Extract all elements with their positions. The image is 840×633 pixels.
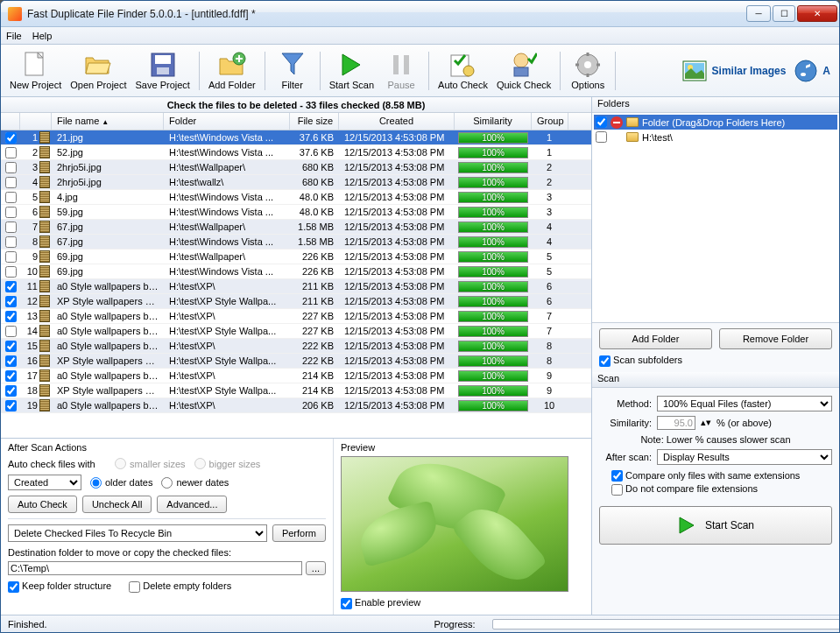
row-check[interactable] [5, 236, 17, 248]
table-row[interactable]: 969.jpgH:\test\Wallpaper\226 KB12/15/201… [1, 250, 591, 264]
radio-newer[interactable]: newer dates [161, 477, 229, 489]
table-row[interactable]: 121.jpgH:\test\Windows Vista ...37.6 KB1… [1, 130, 591, 145]
add-folder-panel-button[interactable]: Add Folder [599, 328, 712, 349]
method-select[interactable]: 100% Equal Files (faster) [657, 396, 832, 411]
row-check[interactable] [5, 281, 17, 292]
start-scan-toolbar-button[interactable]: Start Scan [326, 47, 378, 95]
row-check[interactable] [5, 147, 17, 158]
advanced-button[interactable]: Advanced... [157, 496, 227, 513]
file-grid[interactable]: 121.jpgH:\test\Windows Vista ...37.6 KB1… [1, 130, 591, 438]
row-check[interactable] [5, 266, 17, 278]
row-check[interactable] [5, 385, 17, 397]
browse-button[interactable]: ... [306, 561, 326, 575]
delete-empty-check[interactable]: Delete empty folders [129, 580, 231, 593]
row-check[interactable] [5, 311, 17, 322]
table-row[interactable]: 54.jpgH:\test\Windows Vista ...48.0 KB12… [1, 190, 591, 205]
similarity-label: Similarity: [599, 418, 652, 428]
table-row[interactable]: 11a0 Style wallpapers by AhrH:\test\XP\2… [1, 279, 591, 294]
row-check[interactable] [5, 296, 17, 307]
table-row[interactable]: 15a0 Style wallpapers by AhrH:\test\XP\2… [1, 339, 591, 354]
row-check[interactable] [5, 207, 17, 218]
folders-list[interactable]: Folder (Drag&Drop Folders Here) H:\test\ [592, 113, 839, 323]
quick-check-button[interactable]: Quick Check [493, 47, 554, 95]
enable-preview-check[interactable]: Enable preview [341, 597, 420, 609]
table-row[interactable]: 16XP Style wallpapers by AhrH:\test\XP S… [1, 354, 591, 369]
svg-point-12 [584, 61, 591, 68]
options-button[interactable]: Options [566, 47, 610, 95]
compare-ext-check[interactable]: Compare only files with same extensions [611, 470, 800, 481]
after-scan-select[interactable]: Display Results [657, 449, 832, 465]
audio-link[interactable]: A [791, 56, 834, 86]
similarity-input[interactable] [657, 416, 695, 430]
start-scan-button[interactable]: Start Scan [599, 506, 832, 545]
row-check[interactable] [5, 355, 17, 367]
table-row[interactable]: 252.jpgH:\test\Windows Vista ...37.6 KB1… [1, 145, 591, 160]
row-check[interactable] [5, 132, 17, 144]
cell-folder: H:\test\XP Style Wallpa... [164, 296, 290, 306]
open-project-button[interactable]: Open Project [67, 47, 130, 95]
col-group[interactable]: Group [532, 113, 568, 130]
menu-file[interactable]: File [6, 31, 22, 41]
folder-check[interactable] [596, 131, 607, 143]
row-check[interactable] [5, 370, 17, 382]
table-row[interactable]: 32hrjo5i.jpgH:\test\Wallpaper\680 KB12/1… [1, 160, 591, 175]
table-row[interactable]: 19a0 Style wallpapers by AhrH:\test\XP\2… [1, 398, 591, 413]
table-row[interactable]: 659.jpgH:\test\Windows Vista ...48.0 KB1… [1, 205, 591, 220]
remove-folder-button[interactable]: Remove Folder [719, 328, 832, 349]
table-row[interactable]: 867.jpgH:\test\Windows Vista ...1.58 MB1… [1, 235, 591, 250]
pause-button[interactable]: Pause [379, 47, 423, 95]
similar-images-link[interactable]: Similar Images [679, 57, 790, 85]
folder-row[interactable]: H:\test\ [594, 130, 837, 144]
row-check[interactable] [5, 192, 17, 203]
row-check[interactable] [5, 162, 17, 173]
maximize-button[interactable]: ☐ [773, 5, 795, 22]
col-folder[interactable]: Folder [164, 113, 290, 130]
uncheck-all-button[interactable]: Uncheck All [82, 496, 152, 513]
save-project-button[interactable]: Save Project [132, 47, 194, 95]
row-check[interactable] [5, 400, 17, 411]
col-filename[interactable]: File name▲ [52, 113, 164, 130]
row-check[interactable] [5, 222, 17, 233]
svg-point-20 [795, 60, 816, 81]
col-check[interactable] [1, 113, 20, 130]
minimize-button[interactable]: ─ [746, 5, 771, 22]
col-filesize[interactable]: File size [290, 113, 339, 130]
row-check[interactable] [5, 177, 17, 188]
table-row[interactable]: 13a0 Style wallpapers by AhrH:\test\XP\2… [1, 309, 591, 324]
radio-older[interactable]: older dates [90, 477, 152, 489]
menu-help[interactable]: Help [32, 31, 53, 41]
table-row[interactable]: 18XP Style wallpapers by AhrH:\test\XP S… [1, 383, 591, 398]
add-folder-button[interactable]: Add Folder [205, 47, 259, 95]
table-row[interactable]: 14a0 Style wallpapers by AhrH:\test\XP S… [1, 324, 591, 339]
table-row[interactable]: 17a0 Style wallpapers by AhrH:\test\XP\2… [1, 369, 591, 383]
cell-created: 12/15/2013 4:53:08 PM [339, 207, 455, 217]
radio-bigger[interactable]: bigger sizes [194, 458, 261, 469]
row-check[interactable] [5, 326, 17, 337]
folder-hint-check[interactable] [596, 116, 607, 128]
perform-button[interactable]: Perform [272, 524, 326, 542]
close-button[interactable]: ✕ [797, 5, 837, 22]
col-num[interactable] [20, 113, 52, 130]
delete-action-select[interactable]: Delete Checked Files To Recycle Bin [8, 524, 267, 542]
col-created[interactable]: Created [339, 113, 455, 130]
filter-button[interactable]: Filter [271, 47, 314, 95]
folder-hint-row[interactable]: Folder (Drag&Drop Folders Here) [594, 115, 837, 130]
new-project-button[interactable]: New Project [6, 47, 65, 95]
created-select[interactable]: Created [8, 475, 81, 490]
auto-check-toolbar-button[interactable]: Auto Check [434, 47, 491, 95]
keep-structure-check[interactable]: Keep folder structure [8, 580, 111, 593]
col-similarity[interactable]: Similarity [455, 113, 532, 130]
row-check[interactable] [5, 251, 17, 263]
table-row[interactable]: 767.jpgH:\test\Wallpaper\1.58 MB12/15/20… [1, 220, 591, 235]
table-row[interactable]: 1069.jpgH:\test\Windows Vista ...226 KB1… [1, 264, 591, 279]
dest-input[interactable] [8, 561, 302, 575]
scan-subfolders-check[interactable]: Scan subfolders [599, 355, 682, 365]
row-check[interactable] [5, 341, 17, 352]
preview-image [341, 456, 568, 592]
auto-check-button[interactable]: Auto Check [8, 496, 77, 513]
no-compare-ext-check[interactable]: Do not compare file extensions [611, 483, 758, 494]
radio-smaller[interactable]: smaller sizes [115, 458, 186, 469]
cell-filename: XP Style wallpapers by Ahr [52, 355, 164, 366]
table-row[interactable]: 12XP Style wallpapers by AhrH:\test\XP S… [1, 294, 591, 309]
table-row[interactable]: 42hrjo5i.jpgH:\test\wallz\680 KB12/15/20… [1, 175, 591, 190]
